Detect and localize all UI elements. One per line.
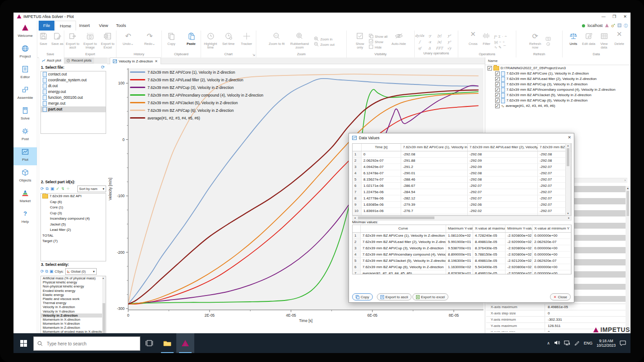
file-list-item[interactable]: function_000100.out <box>41 95 106 101</box>
info-icon[interactable]: ⓘ <box>624 23 628 29</box>
sidebar-item-assemble[interactable]: Assemble <box>13 85 37 103</box>
file-list-item[interactable]: part.out <box>41 106 106 112</box>
integrate-icon[interactable]: ʃᵐ <box>494 35 497 39</box>
part-tree-item[interactable]: Target (7) <box>41 238 106 244</box>
paste-button[interactable]: Paste <box>183 31 200 52</box>
table-vertical-scrollbar[interactable]: ▴▾ <box>565 143 571 216</box>
dialog-title-bar[interactable]: Data Values <box>349 133 577 142</box>
undo-dropdown-caret[interactable]: ⌄ <box>131 42 134 46</box>
entity-list-item[interactable]: Momentum in Z-direction <box>41 326 106 330</box>
show-only-button[interactable]: Show only <box>353 31 367 52</box>
language-indicator[interactable]: ENG <box>584 341 593 345</box>
refresh-now-button[interactable]: ⟳Refresh now <box>528 31 543 52</box>
part-tree-item[interactable]: Incendiary compound (4) <box>41 216 106 222</box>
part-tree-item[interactable]: Lead filler (2) <box>41 227 106 233</box>
table-row[interactable]: 67.62x39 mm BZ API/Cap (6), Velocity in … <box>353 264 571 270</box>
part-tree-root[interactable]: 7.62x39 mm BZ API <box>41 194 106 199</box>
property-row[interactable]: X-axis step size0 <box>486 310 626 317</box>
edit-data-button[interactable]: Edit data <box>582 31 595 52</box>
tab-insert[interactable]: Insert <box>75 21 94 31</box>
file-list-item[interactable]: merge.out <box>41 101 106 106</box>
sidebar-item-help[interactable]: ?Help <box>13 209 37 227</box>
table-row[interactable]: 7average(#1, #2, #3, #4, #5, #6)8.828383… <box>353 270 571 274</box>
table-row[interactable]: 27.62x39 mm BZ API/Lead filler (2), Velo… <box>353 239 571 245</box>
save-button[interactable]: Save <box>37 31 50 52</box>
entity-list-item[interactable]: Non-physical kinetic energy <box>41 284 106 288</box>
refresh-files-icon[interactable]: ⟳ <box>101 65 105 70</box>
unary-operation-button[interactable]: Δ <box>428 46 430 50</box>
sidebar-item-solve[interactable]: Solve <box>13 106 37 124</box>
unary-operation-button[interactable]: ∫ <box>419 40 420 44</box>
check-all-icon[interactable]: ✓ <box>56 186 60 191</box>
table-row[interactable]: 61.02171e-06-286.67-292.07-292.07 <box>353 183 571 189</box>
plot-document-tab[interactable]: Velocity in Z-direction ✕ <box>110 57 161 64</box>
table-row[interactable]: 10-292.08-292.08-292.08 <box>353 151 571 158</box>
entity-list-item[interactable]: Thermal energy <box>41 301 106 305</box>
copy-selection-icon[interactable]: ⧉ <box>46 186 49 191</box>
sidebar-item-plot[interactable]: Plot <box>13 147 37 165</box>
export-to-image-button[interactable]: Export to image <box>82 31 98 52</box>
dialog-close-icon[interactable]: ✕ <box>568 135 571 140</box>
multiply-icon[interactable]: · <box>502 35 503 39</box>
table-row[interactable]: 37.62x39 mm BZ API/Cup (3), Velocity in … <box>353 245 571 252</box>
unary-operation-button[interactable]: |x| <box>437 40 441 44</box>
table-horizontal-scrollbar[interactable]: ◂▸ <box>352 216 572 221</box>
refresh-settings-icon[interactable] <box>546 36 551 42</box>
part-tree-item[interactable]: Cup (3) <box>41 211 106 216</box>
close-tab-icon[interactable]: ✕ <box>155 59 158 63</box>
divide-icon[interactable]: ÷ <box>503 40 505 44</box>
unary-operation-button[interactable]: y³ <box>447 40 451 44</box>
unary-operation-button[interactable]: dy/dx <box>415 34 425 38</box>
window-select-icon[interactable]: ▣ <box>50 186 54 191</box>
impetus-app-button[interactable] <box>176 333 194 353</box>
view-data-button[interactable]: View data <box>597 31 611 52</box>
export-to-ascii-button[interactable]: Export to ascii <box>377 293 411 300</box>
undo-button[interactable]: ↶Undo⌄ <box>120 31 137 52</box>
checkbox[interactable] <box>495 71 500 76</box>
unary-operation-button[interactable]: -x <box>428 40 431 44</box>
curve-tree-item[interactable]: ∿average(#1, #2, #3, #4, #5, #6) <box>486 103 626 109</box>
file-list-item[interactable]: dt.out <box>41 83 106 89</box>
search-input[interactable] <box>46 341 124 347</box>
file-explorer-button[interactable] <box>158 333 176 353</box>
table-row[interactable]: 91.63085e-06-279.39-292.06-292.07 <box>353 202 571 208</box>
export-to-ascii-button[interactable]: Export to ascii <box>64 31 81 52</box>
delete-button[interactable]: ✕Delete <box>613 31 626 52</box>
sum-icon[interactable]: Σ <box>498 35 501 39</box>
table-row[interactable]: 81.42778e-06-282.12-292.07-292.07 <box>353 195 571 202</box>
copy-button[interactable]: Copy <box>352 293 373 300</box>
subtract-icon[interactable]: − <box>499 40 501 44</box>
hide-button[interactable]: Hide <box>369 45 387 49</box>
show-all-button[interactable]: Show all <box>369 34 387 39</box>
checkbox[interactable] <box>495 98 500 103</box>
table-row[interactable]: 101.83691e-06-276.7-292.02-292.07 <box>353 208 571 214</box>
sidebar-item-objects[interactable]: Objects <box>13 168 37 186</box>
entity-list-item[interactable]: Momentum in X-direction <box>41 318 106 322</box>
save-as-button[interactable]: Save as <box>51 31 64 52</box>
copy-entity-icon[interactable]: ⧉ <box>45 269 48 274</box>
entity-list-item[interactable]: Elastic energy <box>41 293 106 297</box>
entity-list-item[interactable]: Plastic and viscous work <box>41 297 106 301</box>
tracker-button[interactable]: Tracker <box>238 31 255 52</box>
redo-dropdown-caret[interactable]: ⌄ <box>152 42 156 46</box>
tab-recent-plots[interactable]: Recent plots <box>64 57 94 64</box>
chart-dialog-launcher-icon[interactable]: ⇲ <box>252 53 255 57</box>
table-row[interactable]: 17.62x39 mm BZ API/Core (1), Velocity in… <box>353 233 571 239</box>
checkbox[interactable] <box>495 82 500 87</box>
zoom-in-button[interactable]: Zoom in <box>314 37 335 41</box>
checkbox[interactable] <box>487 66 492 71</box>
checkbox[interactable] <box>495 88 500 92</box>
sort-by-dropdown[interactable]: Sort by nam▾ <box>77 185 106 192</box>
entity-list-item[interactable]: Momentum in Y-direction <box>41 322 106 326</box>
set-time-button[interactable]: Set time <box>220 31 237 52</box>
zoom-out-button[interactable]: Zoom out <box>314 42 335 47</box>
action-center-icon[interactable] <box>620 340 626 347</box>
cross-button[interactable]: ✕Cross <box>467 31 479 52</box>
part-tree-item[interactable]: Jacket (5) <box>41 222 106 228</box>
file-list-item[interactable]: energy.out <box>41 89 106 95</box>
taskbar-search[interactable] <box>33 336 140 351</box>
abs-icon[interactable]: |y| <box>494 40 498 44</box>
checkbox[interactable] <box>495 104 500 108</box>
plot-checked-icon[interactable]: ↯ <box>61 186 65 191</box>
tray-chevron-icon[interactable]: ∧ <box>547 341 550 345</box>
